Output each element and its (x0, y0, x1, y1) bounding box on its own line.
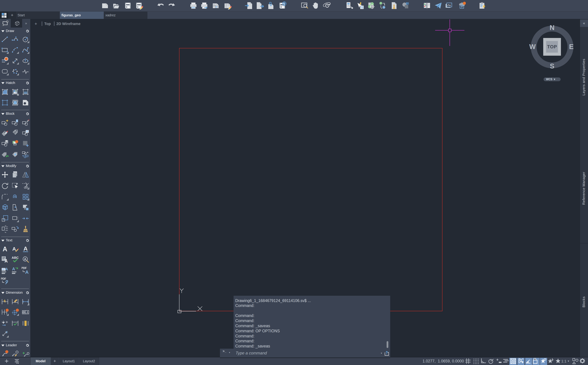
svg-text:PDF: PDF (22, 267, 27, 269)
svg-text:A: A (12, 267, 15, 271)
svg-text:A: A (24, 257, 26, 261)
svg-text:A: A (12, 246, 16, 252)
svg-text:A: A (23, 245, 28, 252)
svg-text:A: A (25, 269, 28, 274)
svg-text:ABC: ABC (12, 256, 19, 260)
svg-text:.1: .1 (26, 311, 28, 314)
svg-text:A: A (3, 246, 7, 253)
svg-text:x: x (6, 330, 8, 334)
svg-text:A: A (5, 267, 8, 271)
svg-text:PDF: PDF (1, 277, 6, 280)
svg-text:A: A (5, 259, 8, 263)
